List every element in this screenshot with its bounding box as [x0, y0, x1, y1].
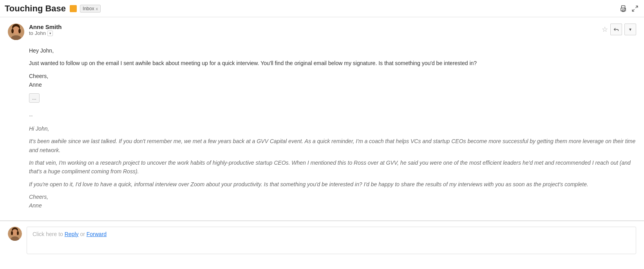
to-recipient: John: [35, 30, 46, 36]
reply-prompt-text: Click here to: [33, 231, 65, 237]
inbox-tag-label: Inbox: [83, 6, 94, 11]
sender-name: Anne Smith: [29, 24, 602, 30]
svg-line-4: [636, 6, 638, 8]
greeting-line: Hey John,: [29, 46, 636, 55]
more-actions-button[interactable]: ▾: [624, 24, 636, 35]
quoted-sign-name: Anne: [29, 202, 42, 209]
print-icon[interactable]: [619, 4, 628, 13]
message-content: Hey John, Just wanted to follow up on th…: [29, 46, 636, 210]
recipient-dropdown-arrow[interactable]: ▾: [47, 31, 53, 36]
forward-link[interactable]: Forward: [87, 231, 107, 237]
quoted-para-2: In that vein, I'm working on a research …: [29, 158, 636, 176]
star-icon[interactable]: ☆: [602, 25, 608, 34]
quoted-toggle-button[interactable]: ...: [29, 93, 40, 103]
separator: --: [29, 111, 636, 120]
quoted-closing: Cheers, Anne: [29, 193, 636, 210]
reply-link[interactable]: Reply: [65, 231, 79, 237]
header-icons: [619, 4, 639, 13]
svg-point-16: [11, 231, 13, 235]
email-action-icons: ☆ ▾: [602, 24, 636, 35]
reply-button[interactable]: [610, 24, 622, 35]
body-line-1: Just wanted to follow up on the email I …: [29, 59, 636, 67]
avatar: [8, 24, 24, 40]
svg-rect-0: [622, 5, 625, 8]
sender-info: Anne Smith to John ▾: [29, 24, 602, 36]
svg-point-17: [17, 231, 19, 235]
sender-to-line: to John ▾: [29, 30, 602, 36]
svg-point-11: [18, 29, 21, 33]
quoted-greeting: Hi John,: [29, 124, 636, 133]
email-title: Touching Base: [5, 4, 66, 14]
inbox-tag[interactable]: Inbox x: [80, 5, 101, 13]
to-prefix: to: [29, 30, 33, 36]
signature-name: Anne: [29, 82, 42, 88]
quoted-text: -- Hi John, It's been awhile since we la…: [29, 111, 636, 210]
email-body: Anne Smith to John ▾ ☆ ▾ Hey John, Just …: [0, 17, 644, 221]
inbox-tag-close[interactable]: x: [96, 6, 98, 11]
label-color-icon: [70, 5, 77, 12]
reply-avatar: [8, 227, 22, 241]
sender-row: Anne Smith to John ▾ ☆ ▾: [8, 24, 636, 40]
quoted-para-3: If you're open to it, I'd love to have a…: [29, 180, 636, 189]
quoted-closing-text: Cheers,: [29, 194, 48, 200]
expand-icon[interactable]: [631, 4, 639, 13]
quoted-para-1: It's been awhile since we last talked. I…: [29, 137, 636, 154]
reply-bar: Click here to Reply or Forward: [0, 221, 644, 260]
email-header: Touching Base Inbox x: [0, 0, 644, 17]
or-text: or: [79, 231, 87, 237]
closing-line: Cheers, Anne: [29, 72, 636, 89]
svg-line-5: [632, 9, 634, 11]
svg-point-3: [625, 9, 626, 9]
reply-input-area[interactable]: Click here to Reply or Forward: [27, 227, 636, 254]
svg-point-10: [11, 29, 14, 33]
closing-text: Cheers,: [29, 73, 48, 79]
